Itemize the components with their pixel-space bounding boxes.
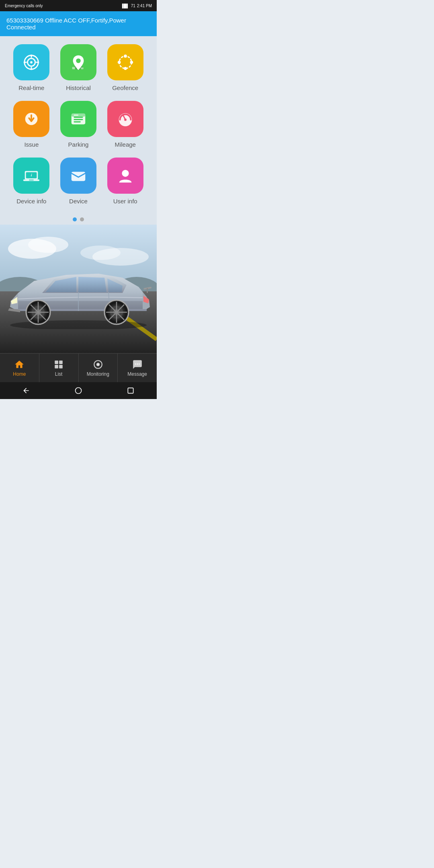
mileage-icon-bg [107,101,143,137]
historical-icon-bg [60,44,96,80]
svg-rect-75 [128,388,133,393]
status-right: ▐█▌ 71 2:41 PM [121,4,152,8]
back-button[interactable] [18,383,34,399]
realtime-icon-bg [13,44,49,80]
car-image [0,261,157,329]
parking-label: Parking [68,141,89,148]
svg-rect-19 [74,117,83,118]
svg-point-37 [80,246,121,260]
svg-point-13 [124,55,127,58]
svg-rect-64 [55,360,58,364]
svg-rect-21 [74,121,80,123]
issue-label: Issue [24,141,39,148]
carousel-dots [0,213,157,225]
square-icon [127,387,135,395]
svg-point-72 [137,363,138,364]
laptop-icon: i [22,166,41,185]
target-icon [22,53,41,72]
status-bar: Emergency calls only ▐█▌ 71 2:41 PM [0,0,157,11]
grid-item-parking[interactable]: Parking [59,101,98,148]
svg-point-15 [124,67,127,70]
status-left-text: Emergency calls only [5,4,43,8]
grid-item-geofence[interactable]: Geofence [106,44,145,91]
download-icon [22,110,41,128]
parking-icon-bg [60,101,96,137]
nav-monitoring[interactable]: Monitoring [79,354,118,382]
dot-1[interactable] [73,217,77,221]
list-nav-icon [53,359,64,370]
gauge-icon [116,110,135,128]
svg-point-16 [117,61,121,64]
home-nav-icon [14,359,25,370]
system-nav-bar [0,382,157,399]
map-pin-icon [69,53,88,72]
svg-rect-11 [81,67,84,69]
nav-home-label: Home [13,371,26,377]
realtime-label: Real-time [18,84,44,91]
recents-button[interactable] [123,383,139,399]
svg-point-71 [135,363,136,364]
svg-point-74 [76,388,82,394]
header-text: 65303330669 Offline ACC OFF,Fortify,Powe… [6,17,150,31]
user-icon [116,166,135,185]
car-svg [0,261,157,329]
historical-label: Historical [66,84,91,91]
message-nav-icon [132,359,143,370]
issue-icon-bg [13,101,49,137]
grid-item-device-info[interactable]: i Device info [12,158,51,205]
svg-rect-30 [29,180,34,181]
svg-point-32 [122,170,129,177]
car-hero-image [0,225,157,353]
svg-point-2 [30,61,33,63]
device-info-icon-bg: i [13,158,49,194]
user-info-label: User info [113,198,137,205]
geofence-icon-bg [107,44,143,80]
svg-rect-66 [55,365,58,368]
nav-message[interactable]: Message [118,354,157,382]
svg-rect-10 [77,66,79,70]
geofence-icon [116,53,135,72]
monitoring-nav-icon [93,359,103,370]
header-bar: 65303330669 Offline ACC OFF,Fortify,Powe… [0,11,157,36]
svg-point-8 [76,58,81,63]
app-grid: Real-time Historical [12,44,145,205]
circle-icon [74,387,82,395]
home-button[interactable] [70,383,86,399]
nav-monitoring-label: Monitoring [87,371,109,377]
svg-point-73 [139,363,140,364]
svg-point-12 [119,56,131,69]
list-icon [69,110,88,128]
time-display: 2:41 PM [137,4,152,8]
nav-home[interactable]: Home [0,354,39,382]
nav-message-label: Message [127,371,147,377]
svg-point-35 [28,237,68,253]
grid-item-device[interactable]: Device [59,158,98,205]
device-icon-bg [60,158,96,194]
grid-item-user-info[interactable]: User info [106,158,145,205]
svg-point-70 [97,364,98,365]
svg-text:i: i [31,173,32,177]
svg-point-25 [124,119,127,121]
user-info-icon-bg [107,158,143,194]
grid-section: Real-time Historical [0,36,157,213]
device-label: Device [69,198,88,205]
grid-item-realtime[interactable]: Real-time [12,44,51,91]
svg-rect-63 [147,288,148,293]
device-info-label: Device info [16,198,46,205]
mileage-label: Mileage [115,141,136,148]
battery-level: 71 [131,4,135,8]
bottom-nav: Home List Monitoring Message [0,353,157,382]
svg-rect-9 [72,67,76,70]
back-icon [22,387,30,395]
grid-item-mileage[interactable]: Mileage [106,101,145,148]
nav-list[interactable]: List [39,354,79,382]
dot-2[interactable] [80,217,84,221]
svg-rect-67 [59,365,63,368]
grid-item-issue[interactable]: Issue [12,101,51,148]
mail-icon [69,166,88,185]
svg-point-14 [130,61,133,64]
battery-icon: ▐█▌ [121,4,129,8]
nav-list-label: List [55,371,63,377]
grid-item-historical[interactable]: Historical [59,44,98,91]
svg-rect-65 [59,360,63,364]
